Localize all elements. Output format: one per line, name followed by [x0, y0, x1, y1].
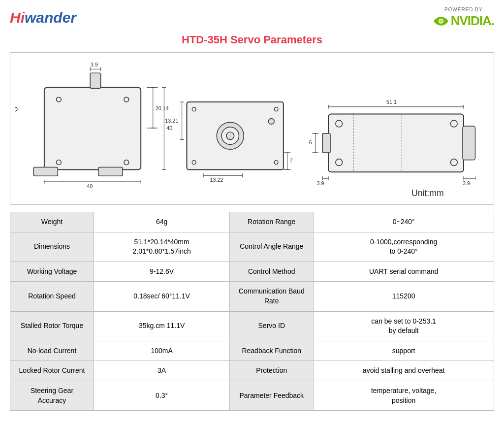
svg-point-35 — [268, 118, 274, 124]
nvidia-icon — [433, 15, 449, 27]
page-title: HTD-35H Servo Parameters — [10, 33, 494, 46]
svg-text:Unit:mm: Unit:mm — [411, 188, 444, 198]
svg-text:13.22: 13.22 — [210, 177, 223, 183]
param-value: UART serial command — [314, 262, 494, 282]
table-row: Rotation Speed0.18sec/ 60°11.1VCommunica… — [10, 282, 494, 311]
powered-by-section: POWERED BY NVIDIA. — [433, 7, 494, 29]
svg-text:6: 6 — [309, 139, 312, 145]
svg-rect-56 — [322, 133, 330, 153]
svg-text:3.9: 3.9 — [463, 180, 470, 186]
svg-rect-55 — [328, 114, 464, 172]
table-row: Working Voltage9-12.6VControl MethodUART… — [10, 262, 494, 282]
svg-text:40: 40 — [166, 125, 172, 131]
svg-rect-4 — [44, 88, 141, 170]
svg-text:3.9: 3.9 — [91, 62, 98, 67]
param-value: avoid stalling and overheat — [314, 361, 494, 381]
param-value: 9-12.6V — [94, 262, 230, 282]
table-row: No-load Current100mAReadback Functionsup… — [10, 341, 494, 361]
table-row: Weight64gRotation Range0~240° — [10, 212, 494, 232]
param-label: Protection — [230, 361, 314, 381]
svg-text:Hiwander: Hiwander — [10, 9, 77, 26]
param-value: 115200 — [314, 282, 494, 311]
param-value: 100mA — [94, 341, 230, 361]
param-value: temperature, voltage, position — [314, 381, 494, 410]
param-label: Control Method — [230, 262, 314, 282]
svg-point-34 — [226, 132, 234, 140]
table-row: Locked Rotor Current3AProtectionavoid st… — [10, 361, 494, 381]
param-value: 0~240° — [314, 212, 494, 232]
param-label: Stalled Rotor Torque — [10, 311, 94, 341]
svg-rect-5 — [90, 73, 101, 88]
svg-rect-6 — [33, 167, 58, 176]
svg-point-3 — [440, 20, 441, 22]
param-label: Weight — [10, 212, 94, 232]
param-value: 0.3° — [94, 381, 230, 410]
param-value: support — [314, 341, 494, 361]
svg-rect-7 — [98, 167, 123, 176]
svg-text:7: 7 — [290, 158, 293, 164]
param-label: No-load Current — [10, 341, 94, 361]
param-label: Readback Function — [230, 341, 314, 361]
svg-text:3.9: 3.9 — [317, 180, 324, 186]
param-label: Rotation Range — [230, 212, 314, 232]
page: Hiwander POWERED BY NVIDIA. HTD-35H Serv… — [0, 0, 504, 426]
table-row: Dimensions51.1*20.14*40mm 2.01*0.80*1.57… — [10, 232, 494, 262]
param-label: Working Voltage — [10, 262, 94, 282]
param-label: Communication Baud Rate — [230, 282, 314, 311]
param-value: 64g — [94, 212, 230, 232]
param-value: 51.1*20.14*40mm 2.01*0.80*1.57inch — [94, 232, 230, 262]
svg-text:40: 40 — [87, 183, 93, 189]
svg-text:13.21: 13.21 — [165, 118, 178, 124]
param-label: Servo ID — [230, 311, 314, 341]
param-label: Control Angle Range — [230, 232, 314, 262]
param-value: can be set to 0-253.1 by default — [314, 311, 494, 341]
nvidia-text: NVIDIA. — [451, 13, 494, 29]
param-label: Steering Gear Accuracy — [10, 381, 94, 410]
logo-svg: Hiwander — [10, 5, 108, 29]
param-label: Locked Rotor Current — [10, 361, 94, 381]
table-row: Steering Gear Accuracy0.3°Parameter Feed… — [10, 381, 494, 410]
param-label: Dimensions — [10, 232, 94, 262]
nvidia-logo: NVIDIA. — [433, 13, 494, 29]
diagram-area: 3.9 20.14 40 40 — [10, 52, 494, 205]
header: Hiwander POWERED BY NVIDIA. — [10, 5, 494, 31]
table-row: Stalled Rotor Torque35kg.cm 11.1VServo I… — [10, 311, 494, 341]
param-label: Parameter Feedback — [230, 381, 314, 410]
svg-text:20.14: 20.14 — [156, 105, 169, 111]
svg-point-37 — [15, 107, 17, 111]
powered-by-text: POWERED BY — [444, 7, 483, 12]
param-value: 35kg.cm 11.1V — [94, 311, 230, 341]
param-value: 3A — [94, 361, 230, 381]
svg-text:51.1: 51.1 — [386, 99, 397, 105]
param-value: 0.18sec/ 60°11.1V — [94, 282, 230, 311]
svg-rect-57 — [463, 126, 475, 160]
logo: Hiwander — [10, 5, 108, 31]
servo-diagram: 3.9 20.14 40 40 — [15, 58, 489, 199]
params-table: Weight64gRotation Range0~240°Dimensions5… — [10, 212, 494, 411]
param-value: 0-1000,corresponding to 0-240° — [314, 232, 494, 262]
param-label: Rotation Speed — [10, 282, 94, 311]
